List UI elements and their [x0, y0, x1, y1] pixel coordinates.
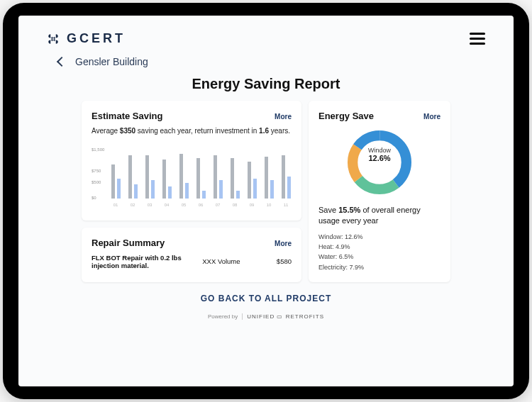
- chevron-left-icon: [57, 57, 67, 67]
- estimate-title: Estimate Saving: [92, 111, 162, 121]
- powered-by: Powered by UNIFIED ▭ RETROFITS: [18, 313, 514, 320]
- topbar: GCERT: [18, 16, 514, 50]
- brand-logo-icon: [47, 33, 60, 45]
- tablet-frame: GCERT Gensler Building Energy Saving Rep…: [3, 3, 529, 399]
- vendor-logo: UNIFIED ▭ RETROFITS: [242, 313, 324, 320]
- estimate-more-link[interactable]: More: [275, 113, 292, 121]
- energy-title: Energy Save: [318, 111, 374, 121]
- hamburger-menu-icon[interactable]: [470, 33, 485, 45]
- energy-breakdown-list: Window: 12.6% Heat: 4.9% Water: 6.5% Ele…: [318, 232, 440, 273]
- repair-volume: XXX Volume: [195, 257, 247, 265]
- brand-name: GCERT: [67, 31, 126, 46]
- content-grid: Estimate Saving More Average $350 saving…: [18, 101, 514, 282]
- page-title: Energy Saving Report: [18, 76, 514, 92]
- estimate-saving-card: Estimate Saving More Average $350 saving…: [82, 101, 301, 220]
- estimate-subtitle: Average $350 saving each year, return in…: [92, 127, 292, 135]
- app-screen: GCERT Gensler Building Energy Saving Rep…: [18, 16, 514, 386]
- energy-save-card: Energy Save More Window 12.6% Save 15.5%…: [309, 101, 450, 282]
- energy-more-link[interactable]: More: [423, 113, 440, 121]
- repair-more-link[interactable]: More: [275, 240, 292, 247]
- repair-title: Repair Summary: [92, 238, 165, 248]
- repair-amount: $580: [255, 257, 292, 265]
- energy-donut-chart: Window 12.6%: [344, 127, 415, 198]
- brand[interactable]: GCERT: [47, 31, 126, 46]
- breadcrumb-label: Gensler Building: [75, 56, 148, 67]
- estimate-bar-chart: $1,500$750$500$00102030405060708091011: [92, 142, 292, 207]
- energy-line: Electricity: 7.9%: [318, 262, 440, 272]
- repair-summary-card: Repair Summary More FLX BOT Repair with …: [82, 228, 301, 283]
- back-to-projects-link[interactable]: GO BACK TO ALL PROJECT: [18, 294, 514, 303]
- donut-center-label: Window 12.6%: [360, 147, 399, 162]
- energy-line: Heat: 4.9%: [318, 242, 440, 252]
- energy-summary: Save 15.5% of overall energy usage every…: [318, 205, 440, 226]
- energy-line: Window: 12.6%: [318, 232, 440, 242]
- breadcrumb[interactable]: Gensler Building: [18, 50, 514, 73]
- repair-row: FLX BOT Repair with 0.2 lbs injection ma…: [92, 254, 292, 269]
- repair-desc: FLX BOT Repair with 0.2 lbs injection ma…: [92, 254, 188, 269]
- energy-line: Water: 6.5%: [318, 252, 440, 262]
